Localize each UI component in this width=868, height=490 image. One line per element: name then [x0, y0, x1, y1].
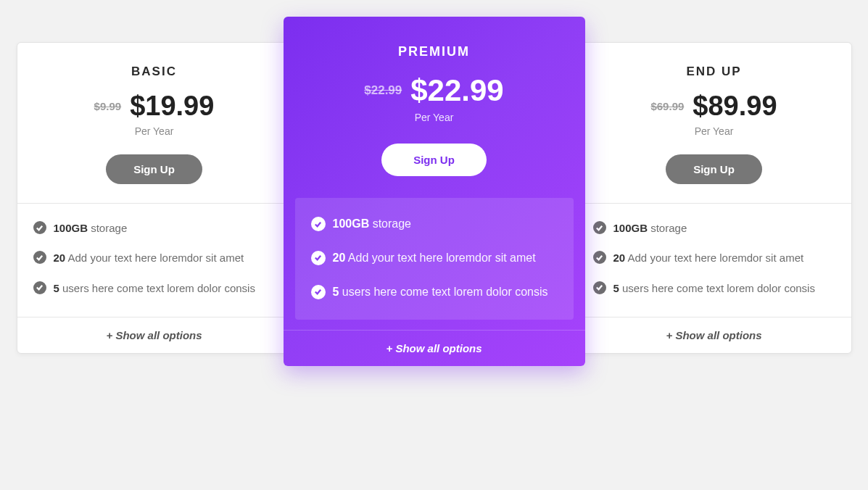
feature-text: 5 users here come text lorem dolor consi… — [54, 280, 255, 296]
check-icon — [593, 281, 606, 294]
plan-header: PREMIUM $22.99 $22.99 Per Year Sign Up — [284, 17, 585, 198]
feature-text: 100GB storage — [333, 215, 412, 233]
show-all-options-link[interactable]: + Show all options — [284, 330, 585, 366]
billing-period: Per Year — [32, 125, 277, 137]
plan-title: BASIC — [32, 65, 277, 79]
current-price: $89.99 — [693, 92, 777, 120]
plan-header: BASIC $9.99 $19.99 Per Year Sign Up — [17, 43, 292, 203]
plan-card-premium: PREMIUM $22.99 $22.99 Per Year Sign Up 1… — [284, 17, 585, 366]
feature-list: 100GB storage 20 Add your text here lore… — [577, 203, 851, 317]
pricing-cards-container: BASIC $9.99 $19.99 Per Year Sign Up 100G… — [17, 42, 852, 366]
check-icon — [33, 281, 46, 294]
signup-button[interactable]: Sign Up — [106, 154, 202, 184]
billing-period: Per Year — [298, 112, 571, 123]
plan-title: END UP — [592, 65, 837, 79]
feature-item: 100GB storage — [33, 220, 276, 236]
feature-item: 5 users here come text lorem dolor consi… — [311, 283, 558, 302]
show-all-options-link[interactable]: + Show all options — [17, 317, 292, 353]
feature-item: 100GB storage — [311, 215, 558, 233]
feature-text: 100GB storage — [613, 220, 687, 236]
plan-card-endup: END UP $69.99 $89.99 Per Year Sign Up 10… — [576, 42, 852, 354]
feature-text: 100GB storage — [54, 220, 128, 236]
feature-item: 20 Add your text here loremdor sit amet — [311, 249, 558, 267]
feature-list: 100GB storage 20 Add your text here lore… — [17, 203, 292, 317]
check-icon — [311, 285, 326, 299]
check-icon — [593, 221, 606, 234]
feature-text: 20 Add your text here loremdor sit amet — [613, 249, 804, 266]
current-price: $22.99 — [410, 75, 503, 106]
feature-list: 100GB storage 20 Add your text here lore… — [295, 198, 574, 320]
billing-period: Per Year — [592, 125, 837, 137]
plan-header: END UP $69.99 $89.99 Per Year Sign Up — [577, 43, 851, 203]
feature-item: 20 Add your text here loremdor sit amet — [593, 249, 835, 266]
show-all-options-link[interactable]: + Show all options — [577, 317, 851, 353]
feature-text: 20 Add your text here loremdor sit amet — [333, 249, 536, 267]
signup-button[interactable]: Sign Up — [666, 154, 762, 184]
feature-text: 20 Add your text here loremdor sit amet — [54, 249, 244, 266]
feature-text: 5 users here come text lorem dolor consi… — [613, 280, 815, 296]
feature-item: 100GB storage — [593, 220, 835, 236]
plan-card-basic: BASIC $9.99 $19.99 Per Year Sign Up 100G… — [17, 42, 292, 354]
price-line: $9.99 $19.99 — [32, 92, 277, 120]
check-icon — [33, 251, 46, 264]
feature-item: 5 users here come text lorem dolor consi… — [593, 280, 835, 296]
feature-text: 5 users here come text lorem dolor consi… — [333, 283, 548, 302]
old-price: $9.99 — [94, 100, 122, 112]
check-icon — [593, 251, 606, 264]
price-line: $22.99 $22.99 — [298, 75, 571, 106]
plan-title: PREMIUM — [298, 44, 571, 59]
check-icon — [33, 221, 46, 234]
signup-button[interactable]: Sign Up — [381, 144, 487, 176]
feature-item: 20 Add your text here loremdor sit amet — [33, 249, 276, 266]
check-icon — [311, 251, 326, 265]
old-price: $69.99 — [650, 100, 684, 112]
price-line: $69.99 $89.99 — [592, 92, 837, 120]
feature-item: 5 users here come text lorem dolor consi… — [33, 280, 276, 296]
current-price: $19.99 — [130, 92, 214, 120]
check-icon — [311, 217, 326, 231]
old-price: $22.99 — [364, 83, 402, 98]
